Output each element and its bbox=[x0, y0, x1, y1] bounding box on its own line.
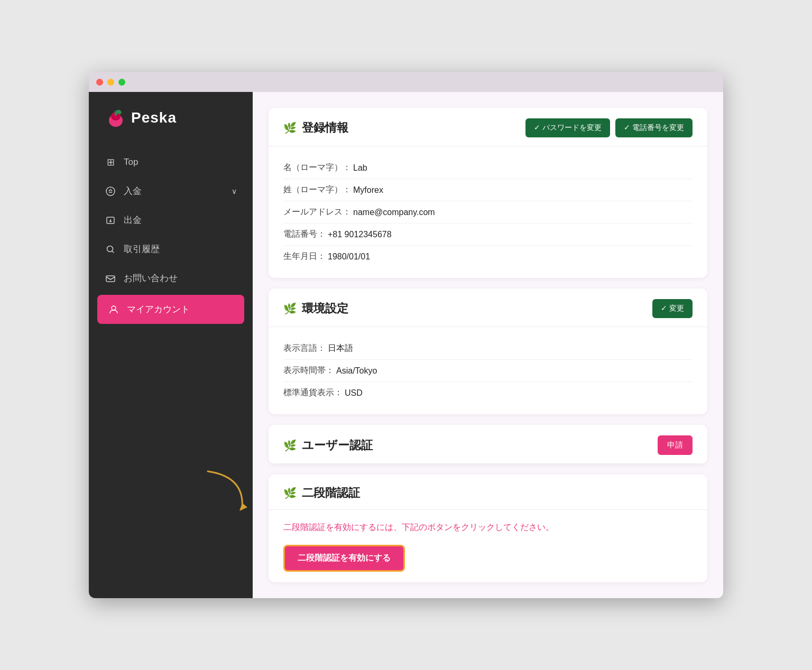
withdrawal-icon bbox=[105, 215, 116, 226]
sidebar: Peska ⊞ Top bbox=[89, 92, 253, 598]
sidebar-item-history-label: 取引履歴 bbox=[124, 243, 160, 255]
sidebar-item-withdrawal[interactable]: 出金 bbox=[89, 206, 253, 235]
sidebar-item-withdrawal-label: 出金 bbox=[124, 214, 142, 226]
leaf-icon-registration: 🌿 bbox=[283, 122, 297, 134]
field-phone: 電話番号： +81 9012345678 bbox=[283, 224, 693, 246]
user-auth-buttons: 申請 bbox=[658, 435, 693, 455]
sidebar-item-myaccount[interactable]: マイアカウント bbox=[97, 295, 244, 324]
sidebar-item-contact-label: お問い合わせ bbox=[124, 272, 178, 284]
field-birthdate: 生年月日： 1980/01/01 bbox=[283, 246, 693, 267]
two-factor-title: 🌿 二段階認証 bbox=[283, 485, 360, 501]
environment-buttons: ✓ 変更 bbox=[652, 299, 693, 318]
two-factor-card: 🌿 二段階認証 二段階認証を有効にするには、下記のボタンをクリックしてください。… bbox=[269, 474, 707, 582]
field-currency: 標準通貨表示： USD bbox=[283, 382, 693, 404]
grid-icon: ⊞ bbox=[105, 156, 116, 168]
leaf-icon-environment: 🌿 bbox=[283, 302, 297, 315]
logo-text: Peska bbox=[131, 109, 177, 126]
registration-card-header: 🌿 登録情報 ✓ パスワードを変更 ✓ 電話番号を変更 bbox=[269, 108, 707, 146]
environment-card-body: 表示言語： 日本語 表示時間帯： Asia/Tokyo 標準通貨表示： USD bbox=[269, 327, 707, 414]
two-factor-card-body: 二段階認証を有効にするには、下記のボタンをクリックしてください。 二段階認証を有… bbox=[269, 510, 707, 582]
sidebar-item-top[interactable]: ⊞ Top bbox=[89, 148, 253, 176]
field-firstname: 名（ローマ字）： Lab bbox=[283, 157, 693, 179]
field-email: メールアドレス： name@company.com bbox=[283, 201, 693, 224]
registration-card: 🌿 登録情報 ✓ パスワードを変更 ✓ 電話番号を変更 名（ローマ字）： Lab… bbox=[269, 108, 707, 278]
close-button[interactable] bbox=[96, 79, 103, 86]
user-auth-apply-button[interactable]: 申請 bbox=[658, 435, 693, 455]
app-body: Peska ⊞ Top bbox=[89, 92, 723, 598]
chevron-down-icon: ∨ bbox=[232, 187, 237, 196]
environment-title: 🌿 環境設定 bbox=[283, 301, 348, 317]
leaf-icon-userauth: 🌿 bbox=[283, 439, 297, 452]
person-icon bbox=[108, 304, 119, 315]
sidebar-nav: ⊞ Top 入金 ∨ bbox=[89, 148, 253, 598]
field-lastname: 姓（ローマ字）： Myforex bbox=[283, 179, 693, 201]
title-bar bbox=[89, 72, 723, 92]
sidebar-item-myaccount-label: マイアカウント bbox=[127, 303, 190, 315]
change-password-button[interactable]: ✓ パスワードを変更 bbox=[525, 118, 610, 137]
mail-icon bbox=[105, 273, 116, 284]
sidebar-item-top-label: Top bbox=[124, 157, 138, 168]
field-timezone: 表示時間帯： Asia/Tokyo bbox=[283, 360, 693, 382]
sidebar-item-deposit[interactable]: 入金 ∨ bbox=[89, 176, 253, 206]
sidebar-item-history[interactable]: 取引履歴 bbox=[89, 235, 253, 264]
deposit-icon bbox=[105, 186, 116, 197]
environment-card-header: 🌿 環境設定 ✓ 変更 bbox=[269, 289, 707, 327]
environment-card: 🌿 環境設定 ✓ 変更 表示言語： 日本語 表示時間帯： Asia/Tokyo bbox=[269, 289, 707, 414]
svg-point-7 bbox=[112, 306, 116, 310]
two-factor-description: 二段階認証を有効にするには、下記のボタンをクリックしてください。 bbox=[283, 520, 693, 534]
logo-area: Peska bbox=[89, 92, 253, 139]
registration-title: 🌿 登録情報 bbox=[283, 120, 348, 136]
main-content: 🌿 登録情報 ✓ パスワードを変更 ✓ 電話番号を変更 名（ローマ字）： Lab… bbox=[253, 92, 723, 598]
registration-buttons: ✓ パスワードを変更 ✓ 電話番号を変更 bbox=[525, 118, 693, 137]
minimize-button[interactable] bbox=[107, 79, 114, 86]
maximize-button[interactable] bbox=[118, 79, 125, 86]
change-phone-button[interactable]: ✓ 電話番号を変更 bbox=[615, 118, 693, 137]
two-factor-card-header: 🌿 二段階認証 bbox=[269, 474, 707, 510]
svg-rect-6 bbox=[106, 276, 115, 282]
logo-icon bbox=[105, 107, 127, 129]
user-auth-card-header: 🌿 ユーザー認証 申請 bbox=[269, 425, 707, 464]
search-icon bbox=[105, 244, 116, 255]
leaf-icon-twofactor: 🌿 bbox=[283, 487, 297, 499]
user-auth-title: 🌿 ユーザー認証 bbox=[283, 438, 373, 453]
registration-card-body: 名（ローマ字）： Lab 姓（ローマ字）： Myforex メールアドレス： n… bbox=[269, 146, 707, 278]
svg-point-3 bbox=[106, 187, 115, 196]
sidebar-item-deposit-label: 入金 bbox=[124, 185, 142, 197]
sidebar-item-contact[interactable]: お問い合わせ bbox=[89, 264, 253, 293]
field-language: 表示言語： 日本語 bbox=[283, 338, 693, 360]
environment-change-button[interactable]: ✓ 変更 bbox=[652, 299, 693, 318]
app-window: Peska ⊞ Top bbox=[89, 72, 723, 598]
user-auth-card: 🌿 ユーザー認証 申請 bbox=[269, 425, 707, 464]
enable-two-factor-button[interactable]: 二段階認証を有効にする bbox=[283, 545, 405, 572]
